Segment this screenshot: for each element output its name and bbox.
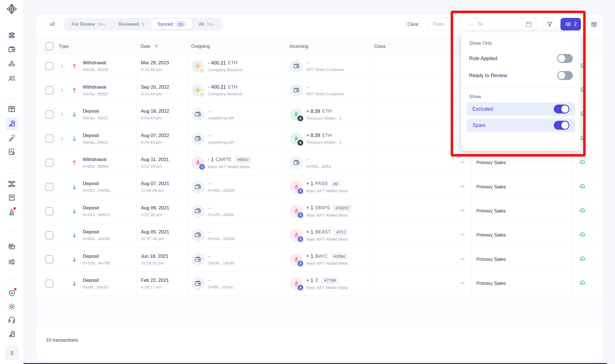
outgoing-cell: –cryptoking.eth — [188, 103, 286, 126]
table-row[interactable]: Deposit0×529...4e7b9Jun 18, 202110:28:01… — [36, 247, 604, 271]
chevron-down-icon[interactable] — [459, 256, 465, 263]
filter-label: Spam — [472, 122, 486, 128]
network-icon[interactable] — [0, 180, 23, 188]
row-checkbox[interactable] — [45, 280, 53, 288]
tab-count: 1K+ — [207, 22, 214, 27]
expand-chevron-icon[interactable] — [60, 136, 64, 141]
tab-for-review[interactable]: For Review1K+ — [65, 19, 112, 29]
expand-chevron-icon[interactable] — [60, 88, 64, 93]
wallet-icon — [191, 181, 204, 193]
stamp-icon[interactable] — [0, 208, 23, 216]
fire-icon — [290, 277, 303, 290]
eth-badge-icon — [198, 163, 205, 170]
eye-icon — [565, 21, 572, 28]
gear-icon[interactable] — [0, 302, 23, 311]
table-row[interactable]: Deposit0×604...a5438Aug 05, 202110:37:44… — [36, 223, 604, 247]
row-checkbox[interactable] — [45, 110, 53, 119]
token-id-badge: #6547 — [235, 156, 252, 163]
amount-value: + 1 — [306, 253, 313, 259]
row-checkbox[interactable] — [45, 207, 53, 215]
columns-button[interactable] — [588, 18, 600, 30]
chevron-down-icon[interactable] — [459, 280, 465, 287]
chevron-down-icon[interactable] — [459, 183, 465, 191]
bank-icon[interactable] — [0, 31, 23, 39]
column-header-outgoing[interactable]: Outgoing — [191, 44, 210, 49]
wallet-icon[interactable] — [0, 45, 23, 54]
receipt-icon[interactable] — [0, 193, 23, 202]
amount-currency: Ͼ — [315, 277, 319, 283]
counterparty-label: Treasury Wallet - 1 — [306, 140, 342, 145]
chevron-down-icon[interactable] — [459, 159, 465, 166]
sync-upload-icon[interactable] — [579, 280, 586, 287]
toggle-rule-applied[interactable] — [557, 54, 573, 63]
expand-chevron-icon[interactable] — [60, 112, 64, 117]
tab-all[interactable]: All1K+ — [192, 19, 221, 29]
expand-chevron-icon[interactable] — [60, 64, 64, 68]
column-header-type[interactable]: Type — [59, 44, 69, 49]
column-header-class[interactable]: Class — [374, 44, 385, 49]
incoming-cell: –NFT Artist Customer — [286, 78, 371, 102]
avatar[interactable]: S — [5, 346, 19, 360]
transaction-date: Aug 07, 2022 — [141, 133, 169, 139]
tab-reviewed[interactable]: Reviewed5 — [112, 19, 151, 29]
date-from-field[interactable]: From — [433, 22, 469, 27]
toggle-excluded[interactable] — [554, 105, 569, 114]
transaction-hash: 0×343...566c5 — [83, 212, 110, 218]
token-id-badge: #7768 — [321, 277, 339, 284]
date-to-field[interactable]: To — [478, 22, 482, 27]
table-row[interactable]: Deposit0×092...5405aAug 07, 202111:08:39… — [36, 175, 604, 199]
row-checkbox[interactable] — [45, 231, 53, 239]
table-row[interactable]: Deposit0xa8f...5de53Feb 22, 20214:29:17 … — [36, 272, 604, 296]
tab-synced[interactable]: Synced10 — [151, 19, 192, 29]
row-checkbox[interactable] — [45, 86, 53, 94]
amount-currency: PASS — [315, 181, 328, 187]
toggle-ready-to-review[interactable] — [557, 71, 573, 80]
journal-icon[interactable] — [0, 105, 23, 113]
magic-wand-icon[interactable] — [0, 134, 23, 142]
calendar-icon[interactable] — [525, 21, 532, 28]
visibility-filter-button[interactable]: 2 — [560, 18, 581, 30]
cubes-icon[interactable] — [0, 60, 23, 68]
column-header-date[interactable]: Date — [141, 44, 150, 49]
counterparty-label: Main NFT Wallet Meta — [306, 212, 352, 218]
table-row[interactable]: Withdrawal0×0b4...fb969Aug 11, 20213:52:… — [36, 151, 604, 175]
headset-icon[interactable] — [0, 316, 23, 324]
transaction-time: 11:08:39 am — [141, 188, 169, 193]
row-checkbox[interactable] — [45, 183, 53, 191]
import-icon[interactable] — [0, 330, 23, 339]
sync-upload-icon[interactable] — [579, 183, 586, 191]
shield-icon[interactable] — [0, 289, 23, 297]
toggle-spam[interactable] — [554, 121, 569, 130]
version-button[interactable]: v2 — [45, 18, 60, 30]
sidebar-divider — [8, 173, 16, 174]
row-checkbox[interactable] — [45, 134, 53, 143]
sliders-icon[interactable] — [0, 258, 23, 266]
clear-button[interactable]: Clear — [407, 22, 419, 27]
sidebar-item-transactions-active[interactable] — [5, 117, 18, 130]
amount-value: + 1 — [306, 277, 313, 284]
sync-upload-icon[interactable] — [579, 159, 586, 167]
report-edit-icon[interactable] — [0, 148, 23, 156]
amount-dash: – — [208, 229, 210, 235]
counterparty-label: NFT Artist Customer — [306, 67, 344, 72]
tables-icon[interactable] — [0, 243, 23, 251]
row-checkbox[interactable] — [45, 62, 53, 70]
table-grid-icon — [591, 21, 597, 28]
sync-upload-icon[interactable] — [579, 207, 586, 215]
sync-upload-icon[interactable] — [579, 256, 586, 263]
sort-ascending-icon[interactable] — [154, 44, 159, 49]
date-range-input[interactable]: From → To — [427, 18, 538, 30]
sync-upload-icon[interactable] — [579, 231, 586, 239]
amount-currency: BEAST — [315, 229, 331, 235]
users-icon[interactable] — [0, 74, 23, 83]
select-all-checkbox[interactable] — [45, 42, 53, 50]
counterparty-label: Company Binance — [208, 67, 242, 73]
row-checkbox[interactable] — [45, 255, 53, 263]
filter-button[interactable] — [543, 18, 557, 30]
row-checkbox[interactable] — [45, 159, 53, 167]
chevron-down-icon[interactable] — [459, 231, 465, 239]
chevron-down-icon[interactable] — [459, 207, 465, 215]
fire-icon — [290, 229, 303, 242]
column-header-incoming[interactable]: Incoming — [290, 44, 308, 49]
table-row[interactable]: Deposit0×343...566c5Aug 06, 20213:22:36 … — [36, 199, 604, 223]
